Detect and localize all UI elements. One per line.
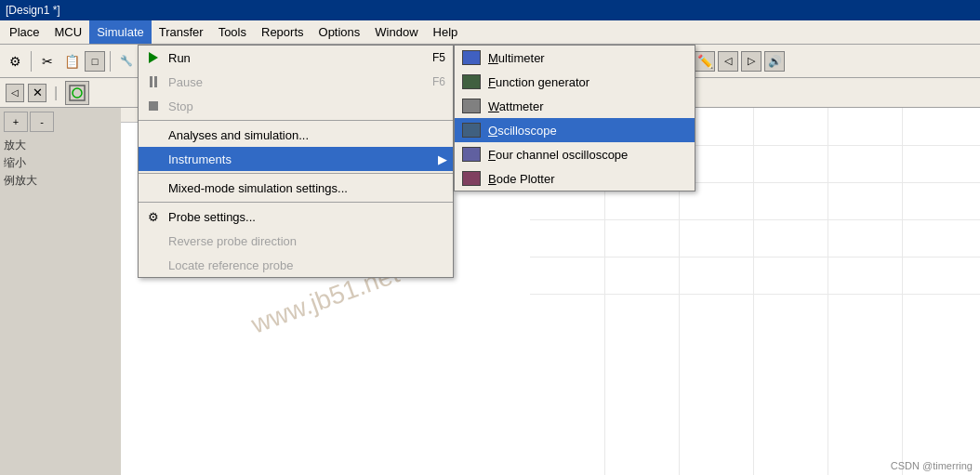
inst-wattmeter[interactable]: Wattmeter <box>455 94 695 118</box>
menu-transfer[interactable]: Transfer <box>152 20 211 44</box>
inst-multimeter[interactable]: Multimeter <box>455 46 695 70</box>
right-tb-btn-3[interactable]: ✏️ <box>695 51 715 72</box>
fit-label: 例放大 <box>4 173 117 189</box>
zoom-out-btn[interactable]: - <box>30 112 54 132</box>
inst-bode[interactable]: Bode Plotter <box>455 166 695 191</box>
run-shortcut: F5 <box>432 51 445 64</box>
wattmeter-label: Wattmeter <box>488 99 543 113</box>
stop-square-icon <box>149 101 158 111</box>
sim-menu-instruments[interactable]: Instruments ▶ <box>139 147 453 171</box>
pause-bars-icon <box>150 76 157 87</box>
sim-sep-3 <box>139 202 453 203</box>
sim-menu-reverse-probe[interactable]: Reverse probe direction <box>139 229 453 253</box>
four-channel-label: Four channel oscilloscope <box>488 148 628 162</box>
sim-menu-mixed[interactable]: Mixed-mode simulation settings... <box>139 176 453 200</box>
sim-sep-1 <box>139 120 453 121</box>
instruments-arrow-icon: ▶ <box>438 152 447 166</box>
credit-text: CSDN @timerring <box>891 460 973 471</box>
menu-place[interactable]: Place <box>2 20 47 44</box>
multimeter-icon <box>462 50 481 65</box>
zoom-in-btn[interactable]: + <box>4 112 28 132</box>
inst-funcgen[interactable]: Function generator <box>455 70 695 94</box>
locate-probe-label: Locate reference probe <box>168 258 293 272</box>
zoom-label-big: 放大 <box>4 138 117 153</box>
sim-menu-analyses[interactable]: Analyses and simulation... <box>139 123 453 147</box>
menu-mcu[interactable]: MCU <box>47 20 90 44</box>
mixed-label: Mixed-mode simulation settings... <box>168 181 348 195</box>
menu-bar: Place MCU Simulate Transfer Tools Report… <box>0 20 980 45</box>
inst-oscilloscope[interactable]: Oscilloscope <box>455 118 695 142</box>
instruments-label: Instruments <box>168 152 232 166</box>
wattmeter-icon <box>462 99 481 113</box>
probe-label: Probe settings... <box>168 210 256 224</box>
analyses-label: Analyses and simulation... <box>168 128 309 142</box>
bode-label: Bode Plotter <box>488 172 555 186</box>
title-text: [Design1 *] <box>6 4 60 17</box>
menu-options[interactable]: Options <box>311 20 368 44</box>
run-label: Run <box>168 51 191 65</box>
stop-label: Stop <box>168 99 193 113</box>
pause-label: Pause <box>168 75 203 89</box>
svg-point-1 <box>73 88 82 98</box>
run-icon <box>144 52 163 63</box>
sim-menu-run[interactable]: Run F5 <box>139 46 453 70</box>
grid-v-5 <box>902 108 903 475</box>
scope-icon-btn[interactable] <box>65 81 89 105</box>
toolbar-btn-cut[interactable]: ✂ <box>36 50 59 73</box>
grid-v-4 <box>828 108 828 475</box>
grid-h-3 <box>530 219 980 220</box>
toolbar-btn-1[interactable]: ⚙ <box>4 50 26 73</box>
multimeter-label: Multimeter <box>488 51 545 65</box>
grid-h-5 <box>530 294 980 295</box>
pause-shortcut: F6 <box>432 75 445 88</box>
sim-menu-locate-probe[interactable]: Locate reference probe <box>139 253 453 277</box>
pause-icon <box>144 76 163 87</box>
menu-help[interactable]: Help <box>426 20 466 44</box>
zoom-label-small: 缩小 <box>4 155 117 171</box>
toolbar-sep-1 <box>31 51 32 72</box>
title-bar: [Design1 *] <box>0 0 980 20</box>
tb-small-btn-1[interactable]: ◁ <box>6 84 24 102</box>
menu-reports[interactable]: Reports <box>254 20 311 44</box>
menu-tools[interactable]: Tools <box>211 20 254 44</box>
pause-bar-2 <box>154 76 157 87</box>
tb-separator: | <box>50 85 61 101</box>
sim-menu-probe[interactable]: ⚙ Probe settings... <box>139 205 453 229</box>
pause-bar-1 <box>150 76 152 87</box>
tb-small-btn-2[interactable]: ✕ <box>28 84 46 102</box>
grid-v-3 <box>753 108 754 475</box>
sim-sep-2 <box>139 173 453 174</box>
play-triangle-icon <box>149 52 158 63</box>
right-tb-btn-4[interactable]: ◁ <box>718 51 738 72</box>
bode-icon <box>462 171 481 186</box>
grid-h-4 <box>530 257 980 257</box>
oscilloscope-label: Oscilloscope <box>488 124 557 138</box>
toolbar-btn-4[interactable]: 🔧 <box>115 50 138 73</box>
inst-four-channel[interactable]: Four channel oscilloscope <box>455 142 695 166</box>
right-tb-btn-6[interactable]: 🔊 <box>764 51 785 72</box>
simulate-dropdown-menu: Run F5 Pause F6 Stop Analyses and simula… <box>138 45 454 278</box>
toolbar-sep-2 <box>110 51 111 72</box>
right-tb-btn-5[interactable]: ▷ <box>741 51 761 72</box>
menu-window[interactable]: Window <box>367 20 425 44</box>
instruments-submenu: Multimeter Function generator Wattmeter … <box>454 45 695 191</box>
oscilloscope-icon <box>462 123 481 138</box>
stop-icon <box>144 101 163 111</box>
sim-menu-stop[interactable]: Stop <box>139 94 453 118</box>
toolbar-btn-3[interactable]: □ <box>85 51 105 72</box>
left-controls-panel: + - 放大 缩小 例放大 <box>0 108 121 475</box>
ctrl-row-1: + - <box>4 112 117 132</box>
probe-gear-icon: ⚙ <box>144 210 163 224</box>
funcgen-label: Function generator <box>488 75 589 89</box>
reverse-probe-label: Reverse probe direction <box>168 234 297 248</box>
menu-simulate[interactable]: Simulate <box>89 20 152 44</box>
sim-menu-pause[interactable]: Pause F6 <box>139 70 453 94</box>
funcgen-icon <box>462 74 481 89</box>
toolbar-btn-copy[interactable]: 📋 <box>60 50 83 73</box>
four-channel-icon <box>462 147 481 162</box>
